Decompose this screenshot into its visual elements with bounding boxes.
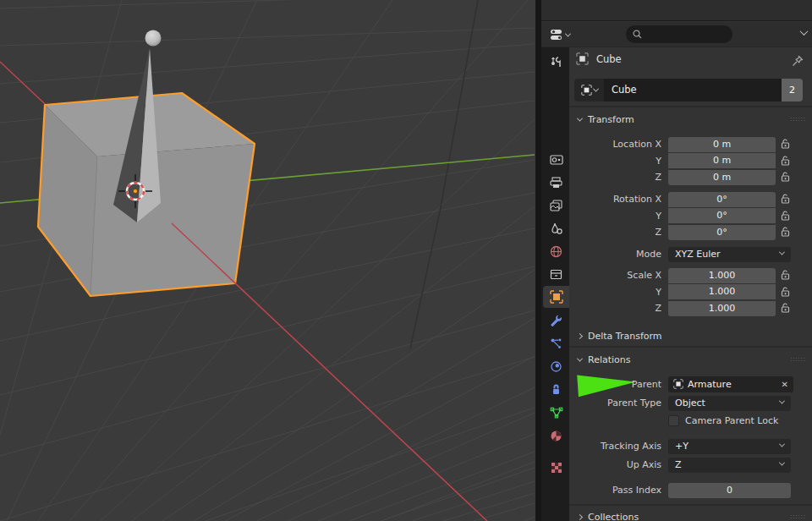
users-count-badge[interactable]: 2	[781, 79, 803, 101]
row-rotation-x: Rotation X 0°	[569, 191, 812, 207]
row-rotation-mode: Mode XYZ Euler	[569, 246, 812, 262]
location-y-field[interactable]: 0 m	[668, 153, 776, 168]
clear-parent-icon[interactable]: ✕	[782, 380, 788, 389]
tab-tool[interactable]	[543, 51, 569, 73]
field-label: Mode	[569, 249, 661, 260]
location-z-field[interactable]: 0 m	[668, 170, 776, 185]
lock-icon[interactable]	[780, 301, 791, 317]
up-axis-dropdown[interactable]: Z	[668, 458, 791, 473]
editor-divider[interactable]	[535, 0, 541, 521]
row-rotation-z: Z 0°	[569, 224, 812, 240]
parent-type-dropdown[interactable]: Object	[668, 396, 791, 411]
breadcrumb: Cube	[576, 52, 622, 65]
tab-object[interactable]	[543, 286, 569, 308]
tab-object-data[interactable]	[543, 402, 569, 424]
field-label: Parent	[569, 379, 661, 390]
panel-title: Transform	[588, 114, 634, 125]
lock-icon[interactable]	[780, 285, 791, 301]
filter-chevron-icon[interactable]	[800, 27, 809, 36]
breadcrumb-object-name: Cube	[596, 53, 622, 65]
parent-value: Armature	[688, 379, 732, 390]
tab-world[interactable]	[543, 240, 569, 262]
properties-header	[541, 22, 812, 47]
drag-handle-icon[interactable]: ∷∷∷	[791, 116, 806, 123]
field-label: Parent Type	[569, 398, 661, 409]
rotation-mode-dropdown[interactable]: XYZ Euler	[668, 247, 791, 262]
row-camera-parent-lock: Camera Parent Lock	[569, 414, 812, 428]
panel-header-transform[interactable]: Transform ∷∷∷	[569, 110, 812, 129]
scale-x-field[interactable]: 1.000	[668, 268, 776, 283]
lock-icon[interactable]	[780, 137, 791, 153]
tab-modifiers[interactable]	[543, 309, 569, 331]
field-label: Rotation X	[569, 194, 661, 205]
drag-handle-icon[interactable]: ∷∷∷	[791, 356, 806, 364]
tab-particles[interactable]	[543, 332, 569, 354]
row-scale-x: Scale X 1.000	[569, 267, 812, 283]
lock-icon[interactable]	[780, 209, 791, 225]
rotation-y-field[interactable]: 0°	[668, 208, 776, 223]
object-icon	[576, 52, 589, 65]
field-label: Y	[569, 211, 661, 222]
lock-icon[interactable]	[780, 154, 791, 170]
parent-id-field[interactable]: Armature ✕	[668, 376, 793, 392]
search-field[interactable]	[626, 25, 732, 43]
object-icon	[581, 85, 592, 96]
scale-y-field[interactable]: 1.000	[668, 284, 776, 299]
tab-scene[interactable]	[543, 217, 569, 239]
search-icon	[633, 30, 642, 39]
lock-icon[interactable]	[780, 268, 791, 284]
lock-icon[interactable]	[780, 192, 791, 208]
properties-editor-icon	[549, 28, 564, 41]
tab-output[interactable]	[543, 172, 569, 194]
tracking-axis-dropdown[interactable]: +Y	[668, 439, 791, 454]
chevron-down-icon	[779, 441, 785, 447]
id-type-button[interactable]	[574, 79, 605, 101]
row-scale-z: Z 1.000	[569, 300, 812, 316]
tab-view-layer[interactable]	[543, 195, 569, 217]
viewport-3d[interactable]	[0, 0, 535, 521]
row-location-y: Y 0 m	[569, 153, 812, 169]
object-name-input[interactable]: Cube	[605, 79, 781, 101]
panel-title: Delta Transform	[588, 331, 662, 342]
tab-texture[interactable]	[543, 457, 569, 479]
row-up-axis: Up Axis Z	[569, 457, 812, 473]
object-icon	[550, 290, 563, 304]
divider	[569, 106, 812, 107]
pin-icon[interactable]	[792, 54, 804, 70]
editor-type-button[interactable]	[546, 25, 575, 45]
rotation-x-field[interactable]: 0°	[668, 192, 776, 207]
lock-icon[interactable]	[780, 170, 791, 186]
chevron-down-icon	[779, 249, 785, 255]
drag-handle-icon[interactable]: ∷∷∷	[791, 513, 806, 521]
camera-parent-lock-checkbox[interactable]	[668, 415, 679, 426]
object-name-row: Cube 2	[574, 79, 803, 101]
chevron-down-icon	[779, 398, 785, 403]
pass-index-field[interactable]: 0	[668, 483, 791, 498]
viewport-scene	[0, 0, 535, 521]
chevron-down-icon	[577, 355, 583, 361]
location-x-field[interactable]: 0 m	[668, 137, 776, 152]
properties-editor: Cube Cube 2 Transform	[541, 0, 812, 521]
field-label: Tracking Axis	[569, 441, 661, 452]
lock-icon[interactable]	[780, 225, 791, 241]
chevron-right-icon	[577, 513, 583, 519]
panel-header-relations[interactable]: Relations ∷∷∷	[569, 350, 812, 369]
scale-z-field[interactable]: 1.000	[668, 301, 776, 316]
rotation-z-field[interactable]: 0°	[668, 225, 776, 240]
tab-physics[interactable]	[543, 355, 569, 377]
divider	[569, 346, 812, 348]
tab-material[interactable]	[543, 425, 569, 447]
divider	[569, 504, 812, 506]
panel-header-collections[interactable]: Collections ∷∷∷	[569, 507, 812, 521]
row-rotation-y: Y 0°	[569, 208, 812, 224]
field-label: Up Axis	[569, 459, 661, 470]
panel-header-delta-transform[interactable]: Delta Transform	[569, 326, 812, 345]
chevron-down-icon	[779, 459, 785, 465]
tab-collection[interactable]	[543, 263, 569, 285]
chevron-down-icon	[592, 86, 598, 92]
tab-constraints[interactable]	[543, 378, 569, 400]
field-label: Location X	[569, 139, 661, 150]
search-input[interactable]	[646, 30, 722, 40]
tab-render[interactable]	[543, 149, 569, 171]
field-label: Z	[569, 227, 661, 238]
